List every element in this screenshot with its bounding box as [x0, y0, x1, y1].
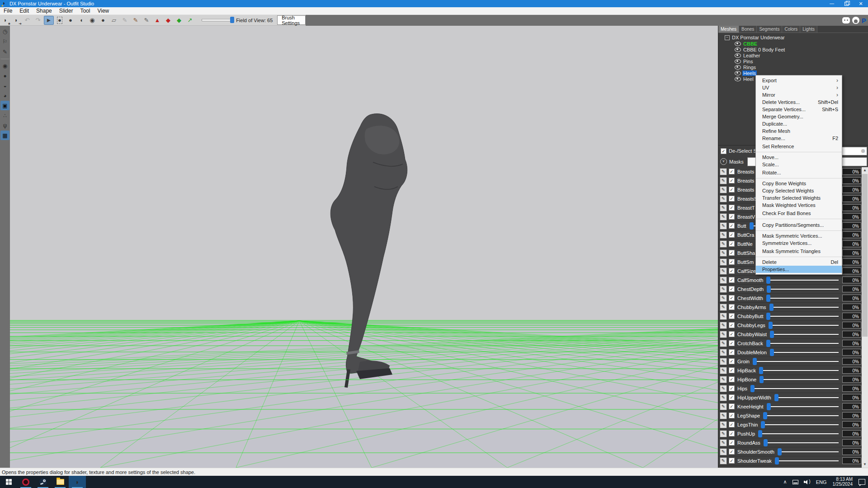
bones-toggle-icon[interactable]: ψ — [0, 121, 9, 130]
mask-brush-icon[interactable]: ● — [55, 16, 65, 25]
slider-checkbox[interactable]: ✓ — [729, 349, 735, 355]
slider-value[interactable]: 0% — [842, 204, 861, 211]
undo-icon[interactable]: ↶ — [22, 16, 32, 25]
slider-edit-button[interactable]: ✎ — [720, 412, 727, 419]
slider-thumb[interactable] — [750, 222, 754, 230]
opera-gx-icon[interactable] — [17, 476, 34, 488]
tray-chevron-up-icon[interactable]: ∧ — [781, 476, 790, 488]
slider-track[interactable] — [766, 343, 839, 344]
slider-thumb[interactable] — [769, 304, 774, 311]
slider-thumb[interactable] — [766, 313, 770, 320]
slider-value[interactable]: 0% — [842, 258, 861, 265]
slider-edit-button[interactable]: ✎ — [720, 286, 727, 293]
slider-edit-button[interactable]: ✎ — [720, 213, 727, 221]
slider-checkbox[interactable]: ✓ — [729, 295, 735, 301]
slider-edit-button[interactable]: ✎ — [720, 222, 727, 230]
clear-search-icon[interactable]: ⊗ — [861, 148, 865, 154]
slider-checkbox[interactable]: ✓ — [729, 358, 735, 364]
menubar-item[interactable]: Slider — [56, 7, 77, 15]
Pins[interactable]: Pins — [718, 58, 868, 64]
context-menu-item[interactable]: Set Reference — [756, 142, 842, 152]
slider-value[interactable]: 0% — [842, 168, 861, 175]
grid-toggle-icon[interactable]: ▦ — [0, 131, 9, 140]
slider-track[interactable] — [778, 451, 839, 452]
vertex-edit-icon[interactable]: ◆ — [163, 16, 173, 25]
slider-edit-button[interactable]: ✎ — [720, 204, 727, 211]
panel-tab[interactable]: Bones — [739, 26, 757, 33]
outfit-studio-icon[interactable]: ◗ — [69, 476, 86, 488]
slider-thumb[interactable] — [766, 277, 770, 284]
slider-track[interactable] — [775, 460, 839, 461]
start-button[interactable] — [0, 476, 17, 488]
slider-thumb[interactable] — [761, 421, 765, 428]
slider-edit-button[interactable]: ✎ — [720, 186, 727, 193]
slider-edit-button[interactable]: ✎ — [720, 376, 727, 383]
slider-value[interactable]: 0% — [842, 177, 861, 184]
slider-track[interactable] — [770, 334, 839, 335]
github-icon[interactable] — [852, 17, 859, 24]
context-menu-item[interactable]: Scale... — [756, 161, 842, 168]
panel-tab[interactable]: Lights — [800, 26, 817, 33]
color-brush-icon[interactable]: ✎ — [131, 16, 141, 25]
slider-checkbox[interactable]: ✓ — [729, 376, 735, 382]
slider-value[interactable]: 0% — [842, 195, 861, 202]
slider-edit-button[interactable]: ✎ — [720, 277, 727, 284]
menubar-item[interactable]: File — [0, 7, 16, 15]
slider-checkbox[interactable]: ✓ — [729, 178, 735, 183]
context-menu-item[interactable]: Delete Del — [756, 258, 842, 266]
transform-toggle-icon[interactable]: ◆ — [174, 16, 184, 25]
visibility-eye-icon[interactable] — [735, 42, 741, 46]
panel-tab[interactable]: Segments — [757, 26, 782, 33]
slider-value[interactable]: 0% — [842, 358, 861, 365]
slider-checkbox[interactable]: ✓ — [729, 259, 735, 265]
slider-value[interactable]: 0% — [842, 448, 861, 455]
slider-edit-button[interactable]: ✎ — [720, 403, 727, 410]
slider-thumb[interactable] — [760, 376, 764, 383]
slider-thumb[interactable] — [763, 412, 767, 419]
slider-value[interactable]: 0% — [842, 430, 861, 437]
slider-track[interactable] — [769, 325, 839, 326]
slider-value[interactable]: 0% — [842, 249, 861, 256]
slider-value[interactable]: 0% — [842, 376, 861, 383]
slider-value[interactable]: 0% — [842, 213, 861, 220]
slider-track[interactable] — [763, 415, 839, 416]
discord-icon[interactable] — [842, 17, 850, 23]
context-menu-item[interactable]: Separate Vertices... Shift+S — [756, 106, 842, 113]
pin-icon[interactable]: ⚐ — [0, 37, 9, 46]
slider-track[interactable] — [761, 424, 839, 425]
slider-value[interactable]: 0% — [842, 385, 861, 392]
slider-checkbox[interactable]: ✓ — [729, 367, 735, 373]
smooth-brush-icon[interactable]: ● — [98, 16, 108, 25]
visibility-eye-icon[interactable] — [735, 59, 741, 64]
slider-value[interactable]: 0% — [842, 457, 861, 464]
slider-checkbox[interactable]: ✓ — [729, 223, 735, 229]
menubar-item[interactable]: Tool — [76, 7, 94, 15]
slider-value[interactable]: 0% — [842, 186, 861, 193]
slider-track[interactable] — [764, 442, 839, 443]
context-menu-item[interactable]: Mask Symmetric Vertices... — [756, 232, 842, 239]
close-button[interactable]: ✕ — [854, 0, 868, 7]
slider-edit-button[interactable]: ✎ — [720, 267, 727, 275]
slider-checkbox[interactable]: ✓ — [729, 169, 735, 174]
scrollbar-thumb[interactable] — [862, 174, 868, 337]
pose-toggle-icon[interactable]: ▲ — [152, 16, 162, 25]
slider-track[interactable] — [753, 361, 839, 362]
context-menu-item[interactable]: Duplicate... — [756, 120, 842, 127]
visibility-eye-icon[interactable] — [735, 77, 741, 81]
context-menu-item[interactable]: UV › — [756, 84, 842, 91]
wireframe-toggle-icon[interactable]: ▣ — [0, 101, 9, 110]
move-brush-icon[interactable]: ◉ — [87, 16, 97, 25]
slider-value[interactable]: 0% — [842, 267, 861, 274]
slider-thumb[interactable] — [767, 286, 771, 293]
slider-edit-button[interactable]: ✎ — [720, 439, 727, 446]
slider-thumb[interactable] — [775, 457, 779, 465]
context-menu-item[interactable]: Transfer Selected Weights — [756, 194, 842, 202]
pencil-tool-icon[interactable]: ✎ — [0, 47, 9, 59]
slider-checkbox[interactable]: ✓ — [729, 340, 735, 346]
slider-checkbox[interactable]: ✓ — [729, 250, 735, 256]
slider-edit-button[interactable]: ✎ — [720, 448, 727, 455]
slider-edit-button[interactable]: ✎ — [720, 367, 727, 374]
slider-checkbox[interactable]: ✓ — [729, 394, 735, 400]
slider-checkbox[interactable]: ✓ — [729, 232, 735, 238]
field-of-view-slider-thumb[interactable] — [230, 17, 234, 23]
